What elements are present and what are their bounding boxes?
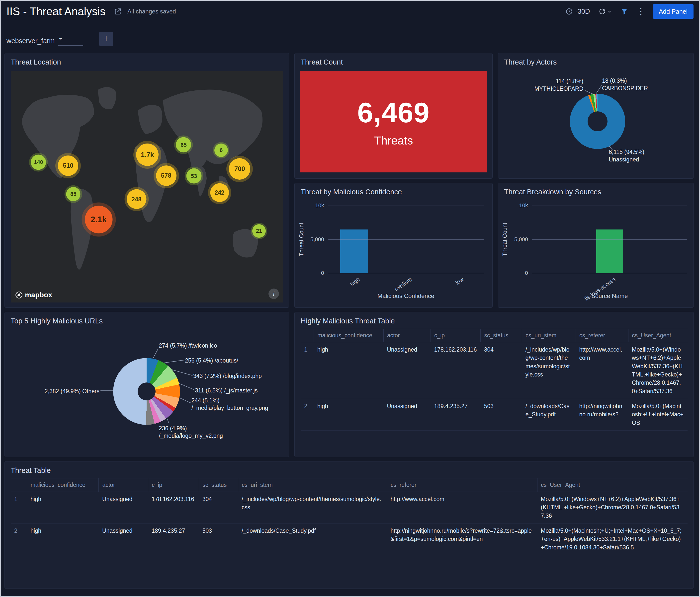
column-header[interactable]: cs_uri_stem xyxy=(238,478,387,492)
map-info-button[interactable]: i xyxy=(269,288,279,299)
threat-count-value: 6,469 xyxy=(357,96,429,129)
bar[interactable] xyxy=(340,230,368,273)
map-bubble[interactable]: 700 xyxy=(229,158,250,180)
table-cell: Mozilla/5.0+(Macintosh;+U;+Intel+Mac+OS xyxy=(628,399,688,431)
column-header[interactable]: sc_status xyxy=(199,478,238,492)
panel-threat-table: Threat Table malicious_confidenceactorc_… xyxy=(4,461,694,589)
table-cell: /_downloads/Case_Study.pdf xyxy=(522,399,576,431)
panel-threat-location: Threat Location xyxy=(4,53,289,308)
map-bubble[interactable]: 578 xyxy=(156,165,176,186)
table-cell: http://www.accel.com xyxy=(387,492,538,523)
table-cell: 304 xyxy=(199,492,238,523)
column-header[interactable]: c_ip xyxy=(430,329,480,342)
actors-donut[interactable] xyxy=(570,94,625,149)
dashboard-header: IIS - Threat Analysis All changes saved … xyxy=(0,0,700,23)
column-header[interactable]: actor xyxy=(383,329,430,342)
gridline xyxy=(532,206,687,206)
time-range-button[interactable]: -30D xyxy=(566,8,590,16)
row-index: 1 xyxy=(301,342,314,399)
column-header[interactable]: cs_referer xyxy=(576,329,628,342)
map-bubble[interactable]: 2.1k xyxy=(85,206,112,233)
table-row[interactable]: 2highUnassigned189.4.235.27503/_download… xyxy=(11,523,688,555)
pie-slice-label: 236 (4.9%) /_media/logo_my_v2.png xyxy=(159,424,249,440)
refresh-button[interactable] xyxy=(599,8,612,15)
table-cell: Mozilla/5.0+(Macintosh;+U;+Intel+Mac+OS+… xyxy=(537,523,688,555)
column-header[interactable]: sc_status xyxy=(481,329,522,342)
time-range-value: -30D xyxy=(575,8,590,16)
map-bubble[interactable]: 21 xyxy=(252,224,266,238)
table-cell: Mozilla/5.0+(Windows+NT+6.2)+AppleWebKit… xyxy=(628,342,688,399)
map-bubble[interactable]: 65 xyxy=(176,137,191,153)
x-tick-label: medium xyxy=(393,276,413,292)
table-cell: high xyxy=(27,523,99,555)
table-cell: Mozilla/5.0+(Windows+NT+6.2)+AppleWebKit… xyxy=(537,492,688,523)
pie-slice-label: 343 (7.2%) /blog/index.php xyxy=(193,372,262,380)
gridline xyxy=(532,273,687,273)
pie-slice-label: 18 (0.3%) CARBONSPIDER xyxy=(602,77,672,92)
row-index: 2 xyxy=(11,523,27,555)
panel-threat-by-malicious-confidence: Threat by Malicious Confidence Threat Co… xyxy=(294,183,493,308)
bar-plot xyxy=(328,206,484,273)
filter-value-input[interactable]: * xyxy=(58,36,83,46)
more-menu-button[interactable]: ⋮ xyxy=(636,7,645,16)
map-bubble[interactable]: 242 xyxy=(210,183,229,202)
table-cell: Unassigned xyxy=(383,342,430,399)
mapbox-icon xyxy=(15,291,23,299)
highly-malicious-table: malicious_confidenceactorc_ipsc_statuscs… xyxy=(301,329,688,431)
column-header[interactable]: cs_uri_stem xyxy=(522,329,576,342)
column-header[interactable]: malicious_confidence xyxy=(314,329,383,342)
map-bubble[interactable]: 53 xyxy=(186,168,201,184)
map-bubble[interactable]: 248 xyxy=(127,189,146,209)
add-panel-button[interactable]: Add Panel xyxy=(653,4,694,19)
panel-title: Threat Count xyxy=(301,58,486,66)
table-cell: 503 xyxy=(481,399,522,431)
actors-chart: 114 (1.8%) MYTHICLEOPARD18 (0.3%) CARBON… xyxy=(498,53,694,178)
map-bubble[interactable]: 1.7k xyxy=(136,144,158,166)
y-tick-label: 5,000 xyxy=(498,236,528,243)
table-row[interactable]: 1highUnassigned178.162.203.116304/_inclu… xyxy=(11,492,688,523)
pie-slice-label: 274 (5.7%) /favicon.ico xyxy=(159,342,217,349)
column-header[interactable]: malicious_confidence xyxy=(27,478,99,492)
panel-highly-malicious-threat-table: Highly Malicious Threat Table malicious_… xyxy=(294,312,694,457)
column-header[interactable]: cs_User_Agent xyxy=(537,478,688,492)
column-header[interactable]: cs_referer xyxy=(387,478,538,492)
column-header[interactable]: actor xyxy=(99,478,148,492)
table-cell: Unassigned xyxy=(99,523,148,555)
share-icon[interactable] xyxy=(114,7,122,16)
pie-slice-label: 114 (1.8%) MYTHICLEOPARD xyxy=(508,77,583,93)
panel-threat-breakdown-by-sources: Threat Breakdown by Sources Threat Count… xyxy=(498,183,694,308)
mapbox-logo[interactable]: mapbox xyxy=(15,291,52,299)
y-tick-label: 0 xyxy=(498,270,528,276)
table-header-row: malicious_confidenceactorc_ipsc_statuscs… xyxy=(301,329,688,342)
map-bubble[interactable]: 85 xyxy=(66,187,80,201)
threat-map[interactable]: mapbox i 140510852.1k2481.7k578655367002… xyxy=(11,71,283,303)
table-cell: http://ningwitjohnno.ru/mobile/s?rewrite… xyxy=(387,523,538,555)
mapbox-label: mapbox xyxy=(25,291,52,299)
pie-slice-label: 2,382 (49.9%) Others xyxy=(29,387,99,395)
column-header[interactable]: cs_User_Agent xyxy=(628,329,688,342)
panel-threat-by-actors: Threat by Actors 114 (1.8%) MYTHICLEOPAR… xyxy=(498,53,694,179)
filter-bar: webserver_farm * + xyxy=(0,23,700,53)
gridline xyxy=(328,273,484,273)
bar[interactable] xyxy=(596,230,623,273)
urls-donut[interactable] xyxy=(113,358,180,425)
map-bubble[interactable]: 6 xyxy=(215,144,228,157)
pie-slice-label: 244 (5.1%) /_media/play_button_gray.png xyxy=(192,397,276,412)
row-index-header xyxy=(11,478,27,492)
table-row[interactable]: 2highUnassigned189.4.235.27503/_download… xyxy=(301,399,688,431)
dashboard-grid: Threat Location xyxy=(0,53,700,589)
table-header-row: malicious_confidenceactorc_ipsc_statuscs… xyxy=(11,478,688,492)
panel-top-5-highly-malicious-urls: Top 5 Highly Malicious URLs 274 (5.7%) /… xyxy=(4,312,289,457)
panel-title: Threat Breakdown by Sources xyxy=(504,188,688,196)
table-cell: 503 xyxy=(199,523,238,555)
threat-table: malicious_confidenceactorc_ipsc_statuscs… xyxy=(11,478,688,555)
map-bubble[interactable]: 510 xyxy=(58,155,78,176)
pie-slice-label: 311 (6.5%) /_js/master.js xyxy=(195,387,257,394)
add-filter-button[interactable]: + xyxy=(99,32,113,46)
filter-icon[interactable] xyxy=(621,8,628,15)
y-tick-label: 0 xyxy=(295,270,324,276)
column-header[interactable]: c_ip xyxy=(148,478,199,492)
map-bubble[interactable]: 140 xyxy=(31,154,46,170)
threat-count-tile[interactable]: 6,469 Threats xyxy=(300,71,487,173)
table-row[interactable]: 1highUnassigned178.162.203.116304/_inclu… xyxy=(301,342,688,399)
